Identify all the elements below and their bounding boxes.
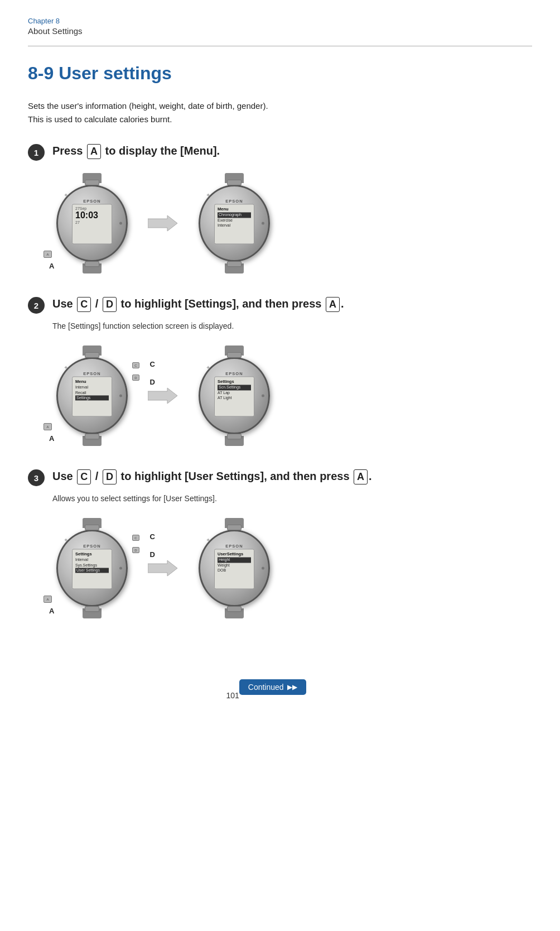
continued-button[interactable]: Continued ▶▶: [239, 679, 306, 695]
step-number: 3: [28, 469, 45, 486]
key-d: D: [103, 297, 117, 312]
instruction-text: to highlight [User Settings], and then p…: [118, 470, 353, 482]
key-a: A: [354, 469, 368, 484]
svg-marker-1: [148, 388, 177, 404]
step-1: 1 Press A to display the [Menu]. ✦ EPSON: [28, 143, 532, 273]
intro-line1: Sets the user's information (height, wei…: [28, 99, 532, 113]
instruction-text: Use: [52, 470, 76, 482]
svg-marker-2: [148, 560, 177, 576]
step-3: 3 Use C / D to highlight [User Settings]…: [28, 468, 532, 618]
key-a: A: [326, 297, 340, 312]
instruction-text: Press: [52, 145, 86, 157]
watch-diagram: ✦ EPSON MenuChronographExerciseInterval: [187, 173, 282, 273]
step-header: 2 Use C / D to highlight [Settings], and…: [28, 296, 532, 314]
key-a: A: [87, 144, 101, 159]
watch-pair-container: ✦ EPSON SettingsIntervalSys.SettingsUser…: [45, 518, 532, 618]
watch-diagram: ✦ EPSON SettingsScn.SettingsAT LapAT Lig…: [187, 345, 282, 446]
continued-arrow-icon: ▶▶: [287, 683, 297, 691]
chapter-title: About Settings: [28, 26, 532, 36]
instruction-text: .: [341, 297, 344, 310]
arrow-right: [145, 212, 181, 234]
arrow-right: [145, 385, 181, 407]
watch-pair-container: ✦ EPSON 27Sep 10:03 27 A A: [45, 173, 532, 273]
key-c: C: [77, 469, 91, 484]
watch-pair: ✦ EPSON 27Sep 10:03 27 A A: [45, 173, 282, 273]
page-content: 8-9 User settings Sets the user's inform…: [0, 46, 560, 669]
page-header: Chapter 8 About Settings: [0, 0, 560, 41]
watch-pair: ✦ EPSON MenuIntervalRecallSettings C D C…: [45, 345, 282, 446]
step-instruction: Use C / D to highlight [User Settings], …: [52, 468, 532, 484]
watch-diagram: ✦ EPSON SettingsIntervalSys.SettingsUser…: [45, 518, 139, 618]
step-sub-text: The [Settings] function selection screen…: [52, 320, 532, 332]
page-number: 101: [226, 680, 239, 711]
instruction-text: to display the [Menu].: [102, 145, 220, 157]
step-number: 2: [28, 297, 45, 314]
watch-diagram: ✦ EPSON UserSettingsHeightWeightDOB: [187, 518, 282, 618]
watch-diagram: ✦ EPSON 27Sep 10:03 27 A A: [45, 173, 139, 273]
step-2: 2 Use C / D to highlight [Settings], and…: [28, 296, 532, 446]
watch-pair: ✦ EPSON SettingsIntervalSys.SettingsUser…: [45, 518, 282, 618]
step-instruction: Use C / D to highlight [Settings], and t…: [52, 296, 532, 312]
continued-label: Continued: [248, 683, 284, 692]
watch-diagram: ✦ EPSON MenuIntervalRecallSettings C D C…: [45, 345, 139, 446]
chapter-label: Chapter 8: [28, 17, 532, 25]
intro-line2: This is used to calculate calories burnt…: [28, 113, 532, 126]
key-c: C: [77, 297, 91, 312]
svg-marker-0: [148, 215, 177, 231]
instruction-text: .: [369, 470, 372, 482]
instruction-text: /: [92, 297, 102, 310]
instruction-text: to highlight [Settings], and then press: [118, 297, 325, 310]
instruction-text: Use: [52, 297, 76, 310]
steps-container: 1 Press A to display the [Menu]. ✦ EPSON: [28, 143, 532, 618]
footer-area: 101 Continued ▶▶: [0, 680, 560, 728]
step-header: 3 Use C / D to highlight [User Settings]…: [28, 468, 532, 486]
section-title: 8-9 User settings: [28, 63, 532, 84]
step-number: 1: [28, 144, 45, 161]
step-header: 1 Press A to display the [Menu].: [28, 143, 532, 161]
key-d: D: [103, 469, 117, 484]
arrow-right: [145, 557, 181, 579]
instruction-text: /: [92, 470, 102, 482]
intro-text: Sets the user's information (height, wei…: [28, 99, 532, 126]
step-sub-text: Allows you to select settings for [User …: [52, 493, 532, 505]
step-instruction: Press A to display the [Menu].: [52, 143, 532, 159]
watch-pair-container: ✦ EPSON MenuIntervalRecallSettings C D C…: [45, 345, 532, 446]
